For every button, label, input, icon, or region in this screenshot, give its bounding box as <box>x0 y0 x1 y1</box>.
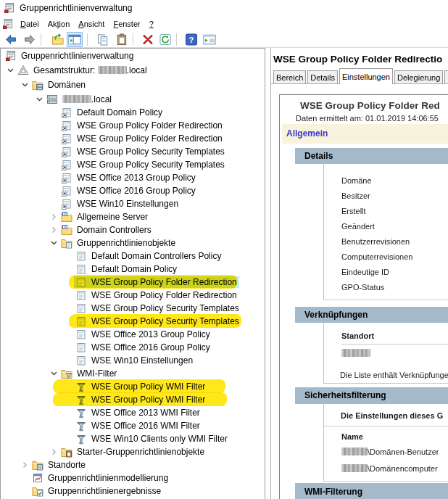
tree-item[interactable]: WSE Win10 Clients only WMI Filter <box>1 432 265 445</box>
new-window-button[interactable] <box>203 33 216 46</box>
gpo-icon <box>75 316 87 327</box>
tree-item-label: Default Domain Policy <box>91 263 179 275</box>
menu-fenster[interactable]: Fenster <box>113 20 140 28</box>
section-verknuepfungen[interactable]: Verknüpfungen <box>295 307 448 323</box>
chevron-expanded-icon[interactable] <box>33 94 45 105</box>
tab-details[interactable]: Details <box>307 70 338 84</box>
back-button[interactable] <box>4 33 17 46</box>
tree-item[interactable]: Standorte <box>1 458 265 471</box>
menu-ansicht[interactable]: Ansicht <box>78 20 104 28</box>
forward-button[interactable] <box>23 33 36 46</box>
security-table: Die Einstellungen dieses G Name \Domänen… <box>323 404 448 482</box>
tree-item-label: WSE Group Policy Security Templates <box>76 146 227 157</box>
tree-item[interactable]: Gruppenrichtlinienobjekte <box>1 236 265 249</box>
tab-bereich[interactable]: Bereich <box>273 70 306 84</box>
chevron-expanded-icon[interactable] <box>48 368 59 379</box>
chevron-collapsed-icon[interactable] <box>48 224 59 236</box>
tree-item[interactable]: WSE Group Policy Security Templates <box>1 315 265 328</box>
gpo-folder-icon <box>61 237 72 249</box>
tree-item[interactable]: WSE Win10 Einstellungen <box>1 354 265 367</box>
chevron-expanded-icon[interactable] <box>19 79 30 91</box>
tab-delegierung[interactable]: Delegierung <box>394 70 443 84</box>
tree-item[interactable]: Domänen <box>1 78 265 92</box>
paste-button[interactable] <box>115 33 128 46</box>
tree-item[interactable]: WSE Office 2016 WMI Filter <box>1 419 265 432</box>
tree-item[interactable]: WSE Group Policy Security Templates <box>1 158 265 171</box>
console-tree-pane: GruppenrichtlinienverwaltungGesamtstrukt… <box>0 48 265 499</box>
section-allgemein[interactable]: Allgemein <box>282 124 448 144</box>
tree-item[interactable]: Domain Controllers <box>1 223 265 236</box>
window-title: Gruppenrichtlinienverwaltung <box>20 3 132 13</box>
delete-button[interactable] <box>141 33 154 46</box>
tree-item[interactable]: Gruppenrichtlinienmodellierung <box>1 471 265 484</box>
section-details[interactable]: Details <box>295 148 448 164</box>
section-sicherheitsfilterung[interactable]: Sicherheitsfilterung <box>295 387 448 404</box>
tree-item[interactable]: WSE Group Policy Security Templates <box>1 302 265 315</box>
tree-item-label: Gruppenrichtlinienergebnisse <box>47 485 163 497</box>
tree-item[interactable]: WSE Group Policy Folder Redirection <box>1 132 265 145</box>
redacted-text <box>62 95 91 103</box>
tree-item-label: WSE Office 2013 Group Policy <box>91 329 212 340</box>
menu-aktion[interactable]: Aktion <box>48 20 70 28</box>
gpo-icon <box>75 276 87 288</box>
tree-item-label: Default Domain Controllers Policy <box>91 250 223 262</box>
chevron-collapsed-icon[interactable] <box>48 446 59 458</box>
chevron-expanded-icon[interactable] <box>48 237 59 249</box>
tree-item-label: WMI-Filter <box>76 368 119 379</box>
tree-item[interactable]: WSE Group Policy Security Templates <box>1 145 265 158</box>
show-console-tree-button[interactable] <box>67 32 83 47</box>
gpo-link-icon <box>61 146 72 157</box>
tree-item[interactable]: WSE Office 2016 Group Policy <box>1 184 265 197</box>
tree-item[interactable]: WSE Group Policy Folder Redirection <box>1 119 265 132</box>
copy-button[interactable] <box>96 33 109 46</box>
tab-status[interactable]: Status <box>444 70 448 84</box>
tree-item[interactable]: Default Domain Controllers Policy <box>1 249 265 263</box>
tree-item[interactable]: Gruppenrichtlinienergebnisse <box>1 484 265 498</box>
tree-item[interactable]: Default Domain Policy <box>1 106 265 119</box>
tree-item-label: WSE Group Policy WMI Filter <box>91 381 207 392</box>
tree-item[interactable]: WSE Group Policy WMI Filter <box>1 393 265 406</box>
tree-item[interactable]: WSE Office 2013 Group Policy <box>1 171 265 184</box>
tree-item-label: WSE Office 2016 Group Policy <box>76 185 198 197</box>
tree-item[interactable]: Starter-Gruppenrichtlinienobjekte <box>1 445 265 458</box>
menu-?[interactable]: ? <box>149 20 154 28</box>
refresh-button[interactable] <box>159 33 172 46</box>
gpo-link-icon <box>61 172 72 183</box>
tree-item-label: Default Domain Policy <box>76 107 165 118</box>
tree-item[interactable]: WSE Win10 Einstellungen <box>1 197 265 210</box>
tree-item-label: Domain Controllers <box>76 224 154 236</box>
tree-item-forest[interactable]: Gesamtstruktur: .local <box>1 63 265 78</box>
up-one-level-button[interactable] <box>51 33 65 46</box>
tree-item[interactable]: WSE Office 2016 Group Policy <box>1 341 265 354</box>
tree-item-label: WSE Group Policy Security Templates <box>76 159 227 170</box>
tree-item-domain[interactable]: .local <box>1 92 265 106</box>
details-row: Computerrevisionen <box>324 249 448 265</box>
tree-item[interactable]: Gruppenrichtlinienverwaltung <box>1 49 265 63</box>
detail-pane: WSE Group Policy Folder Redirectio Berei… <box>270 48 448 499</box>
chevron-expanded-icon[interactable] <box>4 65 16 76</box>
tree-item[interactable]: Default Domain Policy <box>1 263 265 276</box>
tab-einstellungen[interactable]: Einstellungen <box>339 68 393 84</box>
details-row: Besitzer <box>324 189 448 204</box>
tree-item[interactable]: WSE Group Policy WMI Filter <box>1 380 265 393</box>
tree-item[interactable]: WSE Group Policy Folder Redirection <box>1 289 265 302</box>
links-value <box>324 345 448 360</box>
tree-item-label: WSE Office 2016 Group Policy <box>91 342 212 353</box>
tree-item-label: Starter-Gruppenrichtlinienobjekte <box>76 446 207 458</box>
tree-item[interactable]: WSE Office 2013 Group Policy <box>1 328 265 341</box>
tree-item-label: WSE Group Policy Folder Redirection <box>91 289 239 301</box>
tree-item[interactable]: Allgemeine Server <box>1 210 265 223</box>
gpo-icon <box>75 289 87 301</box>
gpo-link-icon <box>61 107 72 118</box>
section-wmi-filterung[interactable]: WMI-Filterung <box>295 483 448 499</box>
wmi-icon <box>75 433 87 445</box>
chevron-collapsed-icon[interactable] <box>19 459 30 471</box>
gpo-link-icon <box>61 185 72 197</box>
tree-item[interactable]: WMI-Filter <box>1 367 265 380</box>
help-button[interactable]: ? <box>185 33 198 46</box>
menu-datei[interactable]: Datei <box>20 20 39 28</box>
tree-item[interactable]: WSE Office 2013 WMI Filter <box>1 406 265 419</box>
details-row: Benutzerrevisionen <box>324 234 448 249</box>
chevron-collapsed-icon[interactable] <box>48 211 59 223</box>
tree-item[interactable]: WSE Group Policy Folder Redirection <box>1 276 265 289</box>
